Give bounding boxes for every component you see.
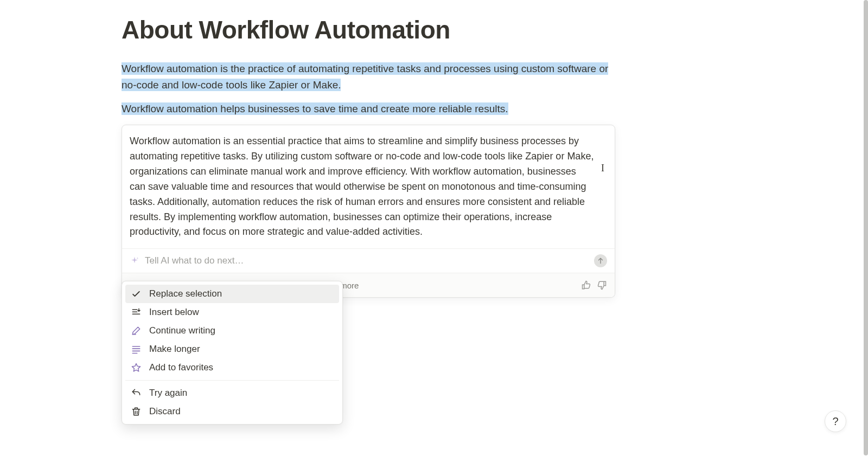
star-icon xyxy=(131,362,142,373)
menu-item-discard[interactable]: Discard xyxy=(125,402,339,421)
pencil-icon xyxy=(131,325,142,336)
menu-item-label: Add to favorites xyxy=(149,362,213,373)
thumbs-up-button[interactable] xyxy=(581,280,592,291)
menu-item-label: Make longer xyxy=(149,344,200,355)
help-button[interactable]: ? xyxy=(825,410,846,432)
trash-icon xyxy=(131,406,142,417)
selected-paragraph-1[interactable]: Workflow automation is the practice of a… xyxy=(122,61,616,93)
ai-input-row xyxy=(122,248,615,273)
scrollbar[interactable] xyxy=(864,0,868,455)
ai-prompt-input[interactable] xyxy=(145,255,589,266)
ai-response-text[interactable]: Workflow automation is an essential prac… xyxy=(122,125,615,248)
text-cursor-icon: I xyxy=(601,163,604,174)
check-icon xyxy=(131,288,142,299)
menu-item-label: Continue writing xyxy=(149,325,215,336)
menu-item-continue-writing[interactable]: Continue writing xyxy=(125,322,339,340)
page-title: About Workflow Automation xyxy=(122,15,616,44)
menu-item-label: Replace selection xyxy=(149,288,222,299)
menu-item-make-longer[interactable]: Make longer xyxy=(125,340,339,358)
send-button[interactable] xyxy=(594,254,607,267)
insert-below-icon xyxy=(131,307,142,318)
lines-icon xyxy=(131,344,142,355)
menu-item-add-to-favorites[interactable]: Add to favorites xyxy=(125,358,339,377)
menu-item-replace-selection[interactable]: Replace selection xyxy=(125,285,339,303)
thumbs-down-button[interactable] xyxy=(596,280,607,291)
menu-item-label: Discard xyxy=(149,406,181,417)
menu-item-label: Insert below xyxy=(149,307,199,318)
undo-icon xyxy=(131,388,142,399)
ai-panel: Workflow automation is an essential prac… xyxy=(122,125,615,298)
ai-action-menu: Replace selection Insert below Continue … xyxy=(122,281,343,425)
menu-item-label: Try again xyxy=(149,388,187,399)
selected-paragraph-2[interactable]: Workflow automation helps businesses to … xyxy=(122,101,616,117)
sparkle-icon xyxy=(130,256,139,266)
menu-item-try-again[interactable]: Try again xyxy=(125,384,339,402)
menu-divider xyxy=(125,380,339,381)
menu-item-insert-below[interactable]: Insert below xyxy=(125,303,339,322)
